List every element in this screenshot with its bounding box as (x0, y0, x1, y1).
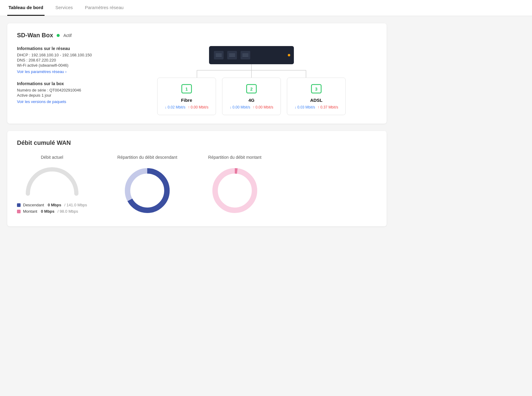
chart-section-donut-down: Répartition du débit descendant (117, 155, 177, 218)
charts-row: Débit actuel Descendant 0 Mbps (17, 155, 377, 218)
port-name-3: ADSL (310, 98, 323, 103)
legend-dot-down (17, 203, 21, 207)
legend-max-up: / 98.0 Mbps (58, 209, 78, 214)
sdwan-header: SD-Wan Box Actif (17, 32, 377, 39)
port-speeds-3: ↓ 0.03 Mbit/s ↑ 0.37 Mbit/s (294, 105, 338, 109)
chart-section-gauge: Débit actuel Descendant 0 Mbps (17, 155, 87, 214)
box-info-title: Informations sur la box (17, 81, 114, 86)
sdwan-title: SD-Wan Box (17, 32, 53, 39)
legend-value-up: 0 Mbps (41, 209, 55, 214)
svg-text:1: 1 (185, 87, 188, 92)
main-content: SD-Wan Box Actif Informations sur le rés… (0, 16, 394, 234)
network-params-link[interactable]: Voir les paramètres réseau › (17, 69, 67, 74)
legend-item-down: Descendant 0 Mbps / 141.0 Mbps (17, 203, 87, 207)
packages-link[interactable]: Voir les versions de paquets (17, 99, 66, 104)
active-since-line: Active depuis 1 jour (17, 93, 114, 98)
chart-section-donut-up: Répartition du débit montant (208, 155, 262, 218)
port-speeds-2: ↓ 0.00 Mbit/s ↑ 0.00 Mbit/s (230, 105, 273, 109)
router-port-1 (214, 51, 224, 59)
chart-label-donut-up: Répartition du débit montant (208, 155, 261, 160)
dns-line: DNS : 208.67.220.220 (17, 58, 114, 62)
port-card-3: 3 ADSL ↓ 0.03 Mbit/s ↑ 0.37 Mbit/s (287, 78, 346, 115)
port-speeds-1: ↓ 0.02 Mbit/s ↑ 0.00 Mbit/s (165, 105, 208, 109)
port-icon-2: 2 (246, 83, 257, 95)
legend-dot-up (17, 210, 21, 213)
info-section: Informations sur le réseau DHCP : 192.16… (17, 46, 114, 115)
tab-tableau[interactable]: Tableau de bord (7, 0, 45, 16)
port-card-1: 1 Fibre ↓ 0.02 Mbit/s ↑ 0.00 Mbit/s (157, 78, 216, 115)
status-label: Actif (63, 33, 71, 38)
serial-line: Numéro de série : QT004202910046 (17, 88, 114, 92)
port-icon-3: 3 (311, 83, 322, 95)
legend-label-down: Descendant (23, 203, 44, 207)
router-port-2 (227, 51, 237, 59)
network-info-title: Informations sur le réseau (17, 46, 114, 51)
donut-up-chart (208, 163, 262, 218)
legend-value-down: 0 Mbps (48, 203, 61, 207)
tabs-bar: Tableau de bord Services Paramètres rése… (0, 0, 532, 16)
box-info-block: Informations sur la box Numéro de série … (17, 81, 114, 104)
port-name-1: Fibre (181, 98, 192, 103)
legend-label-up: Montant (23, 209, 37, 214)
chart-label-gauge: Débit actuel (41, 155, 63, 160)
gauge-chart (22, 163, 82, 197)
port-icon-1: 1 (181, 83, 192, 95)
status-dot (57, 34, 60, 37)
router-box (209, 46, 294, 64)
network-info-block: Informations sur le réseau DHCP : 192.16… (17, 46, 114, 74)
legend-max-down: / 141.0 Mbps (64, 203, 87, 207)
network-diagram: 1 Fibre ↓ 0.02 Mbit/s ↑ 0.00 Mbit/s (126, 46, 377, 115)
tab-services[interactable]: Services (54, 0, 74, 16)
tab-parametres[interactable]: Paramètres réseau (84, 0, 125, 16)
svg-text:3: 3 (315, 87, 318, 92)
legend-item-up: Montant 0 Mbps / 98.0 Mbps (17, 209, 87, 214)
port-name-2: 4G (248, 98, 254, 103)
port-cards: 1 Fibre ↓ 0.02 Mbit/s ↑ 0.00 Mbit/s (157, 78, 346, 115)
wifi-line: Wi-Fi activé (sdwanwifi-0046) (17, 63, 114, 68)
sdwan-card: SD-Wan Box Actif Informations sur le rés… (7, 23, 387, 124)
chart-label-donut-down: Répartition du débit descendant (117, 155, 177, 160)
port-card-2: 2 4G ↓ 0.00 Mbit/s ↑ 0.00 Mbit/s (222, 78, 281, 115)
sdwan-body: Informations sur le réseau DHCP : 192.16… (17, 46, 377, 115)
svg-text:2: 2 (250, 87, 253, 92)
wan-card: Débit cumulé WAN Débit actuel (7, 131, 387, 226)
svg-point-13 (215, 171, 254, 210)
wan-title: Débit cumulé WAN (17, 139, 377, 146)
router-port-3 (241, 51, 250, 59)
connection-lines (170, 64, 333, 78)
router-led (288, 54, 290, 56)
donut-down-chart (120, 163, 175, 218)
dhcp-line: DHCP : 192.168.100.10 - 192.168.100.150 (17, 53, 114, 57)
gauge-legend: Descendant 0 Mbps / 141.0 Mbps Montant 0… (17, 203, 87, 214)
